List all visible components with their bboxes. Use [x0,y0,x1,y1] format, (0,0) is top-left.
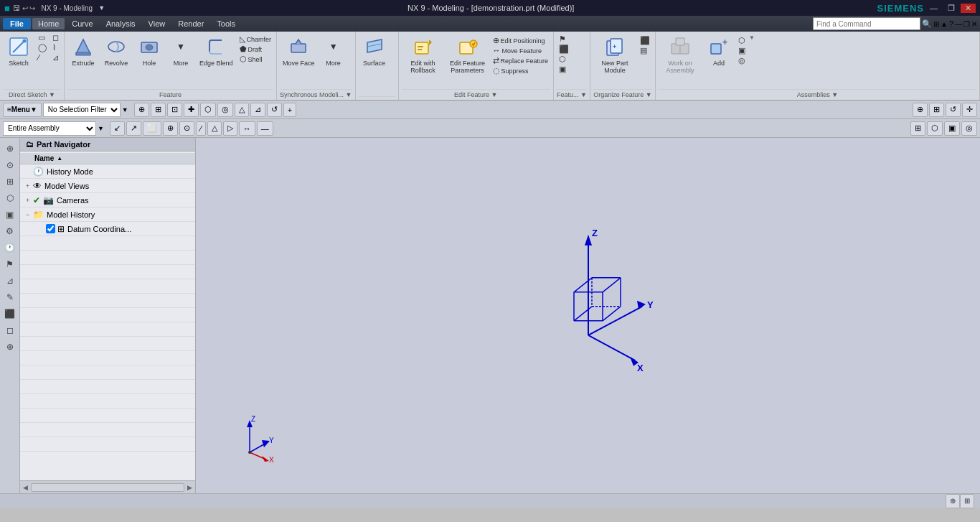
expander-model-views[interactable]: + [26,182,33,190]
tb-icon-2[interactable]: ⊞ [151,103,166,117]
nav-scroll-left[interactable]: ◀ [23,484,28,491]
menu-tools[interactable]: Tools [211,18,241,29]
tb-zoom-icon[interactable]: ⊕ [913,103,928,117]
extrude-button[interactable]: Extrude [67,33,99,69]
status-corner-1[interactable]: ⊕ [946,494,960,508]
selection-filter-dropdown[interactable]: ▼ [122,106,128,113]
tb2-right-1[interactable]: ⊞ [910,121,925,136]
sidebar-icon-10[interactable]: ✎ [2,289,18,305]
tb-rotate-icon[interactable]: ↺ [946,103,961,117]
edit-positioning-button[interactable]: ⊕ Edit Positioning [491,36,551,45]
help-icon[interactable]: ? [949,19,953,28]
menu-render[interactable]: Render [172,18,209,29]
sidebar-icon-3[interactable]: ⊞ [2,174,18,190]
datum-checkbox[interactable] [46,224,55,233]
search-expand-icon[interactable]: ⊞ [933,20,939,28]
shell-button[interactable]: ⬡Shell [237,55,274,64]
replace-feature-button[interactable]: ⇄ Replace Feature [491,56,551,65]
menu-button[interactable]: ≡ Menu ▼ [3,103,42,117]
tb2-icon-6[interactable]: △ [207,121,222,136]
tb2-icon-4[interactable]: ⊙ [179,121,194,136]
selection-filter-select[interactable]: No Selection Filter [43,103,121,117]
window-dropdown[interactable]: ▼ [98,4,105,11]
tree-item-datum-coord[interactable]: ⊞ Datum Coordina... [20,222,195,236]
tb2-icon-5[interactable]: ∕ [196,121,206,136]
tb-icon-5[interactable]: ⬡ [200,103,216,117]
tb2-icon-3[interactable]: ⊕ [163,121,178,136]
asm-small-3[interactable]: ◎ [736,56,748,65]
file-menu[interactable]: File [3,18,31,29]
suppress-button[interactable]: ◌ Suppress [491,66,551,75]
tb2-right-4[interactable]: ◎ [961,121,977,136]
sidebar-icon-7[interactable]: 🕐 [2,240,18,256]
hole-button[interactable]: Hole [133,33,165,69]
tb-icon-4[interactable]: ✚ [184,103,199,117]
menu-analysis[interactable]: Analysis [100,18,141,29]
ribbon-minimize-icon[interactable]: ▲ [941,20,948,28]
edit-params-button[interactable]: Edit Feature Parameters [446,33,489,76]
sidebar-icon-8[interactable]: ⚑ [2,256,18,272]
sidebar-icon-6[interactable]: ⚙ [2,223,18,239]
tb-icon-8[interactable]: ⊿ [250,103,265,117]
close-button[interactable]: ✕ [961,4,976,13]
sidebar-icon-13[interactable]: ⊕ [2,339,18,355]
search-icon[interactable]: 🔍 [922,19,932,29]
sketch-small-6[interactable]: ⊿ [50,53,61,62]
more-sync-button[interactable]: ▼ More [319,33,348,69]
tb-icon-9[interactable]: ↺ [267,103,282,117]
sidebar-icon-11[interactable]: ⬛ [2,306,18,322]
work-assembly-button[interactable]: Work on Assembly [659,33,702,76]
tree-item-model-views[interactable]: + 👁 Model Views [20,179,195,193]
tb2-icon-2[interactable]: ↗ [126,121,141,136]
feat-small-1[interactable]: ⚑ [557,34,568,44]
menu-view[interactable]: View [143,18,171,29]
sketch-small-1[interactable]: ▭ [36,33,49,42]
expander-model-history[interactable]: − [26,211,33,218]
scope-dropdown-icon[interactable]: ▼ [98,125,104,132]
tree-item-cameras[interactable]: + ✔ 📷 Cameras [20,193,195,208]
sketch-small-5[interactable]: ⌇ [50,43,61,52]
maximize-button[interactable]: ❐ [943,4,959,13]
sidebar-icon-2[interactable]: ⊙ [2,157,18,173]
tb2-right-2[interactable]: ⬡ [927,121,943,136]
tb-icon-10[interactable]: + [283,103,296,117]
more-feature-button[interactable]: ▼ More [166,33,195,69]
inner-close-button[interactable]: ✕ [971,20,977,28]
feat-small-4[interactable]: ▣ [557,65,568,74]
tb-icon-7[interactable]: △ [235,103,249,117]
draft-button[interactable]: ⬟Draft [237,45,274,54]
tb2-icon-9[interactable]: — [257,121,273,136]
sketch-button[interactable]: Sketch [3,33,34,69]
viewport[interactable]: Z Y X [196,138,980,493]
move-face-button[interactable]: Move Face [280,33,318,69]
edge-blend-button[interactable]: Edge Blend [197,33,236,69]
tree-item-model-history[interactable]: − 📁 Model History [20,208,195,222]
menu-curve[interactable]: Curve [66,18,98,29]
search-input[interactable] [813,17,920,30]
org-small-2[interactable]: ▤ [638,46,652,55]
tb2-icon-8[interactable]: ↔ [239,121,255,136]
nav-scrollbar-horizontal[interactable] [31,483,184,492]
window-menu[interactable]: NX 9 - Modeling [38,4,95,12]
sidebar-icon-4[interactable]: ⬡ [2,190,18,206]
tb-fit-icon[interactable]: ⊞ [929,103,944,117]
tb-icon-3[interactable]: ⊡ [167,103,182,117]
tb-icon-6[interactable]: ◎ [217,103,233,117]
sidebar-icon-1[interactable]: ⊕ [2,141,18,157]
edit-rollback-button[interactable]: Edit with Rollback [402,33,445,76]
inner-minimize-button[interactable]: — [955,20,962,28]
tb-icon-1[interactable]: ⊕ [134,103,149,117]
org-small-1[interactable]: ⬛ [638,36,652,45]
tree-item-history-mode[interactable]: 🕐 History Mode [20,164,195,179]
nav-scroll-right[interactable]: ▶ [187,484,192,491]
tb-pan-icon[interactable]: ✛ [962,103,977,117]
feat-small-2[interactable]: ⬛ [557,45,571,54]
feat-small-3[interactable]: ⬡ [557,55,568,64]
sketch-small-2[interactable]: ◯ [36,43,49,52]
chamfer-button[interactable]: ◺Chamfer [237,34,274,44]
sidebar-icon-5[interactable]: ▣ [2,207,18,223]
inner-restore-button[interactable]: ❐ [963,20,970,28]
sketch-small-3[interactable]: ∕ [36,53,49,62]
tb2-icon-1[interactable]: ↙ [110,121,125,136]
move-feature-button[interactable]: ↔ Move Feature [491,46,551,55]
